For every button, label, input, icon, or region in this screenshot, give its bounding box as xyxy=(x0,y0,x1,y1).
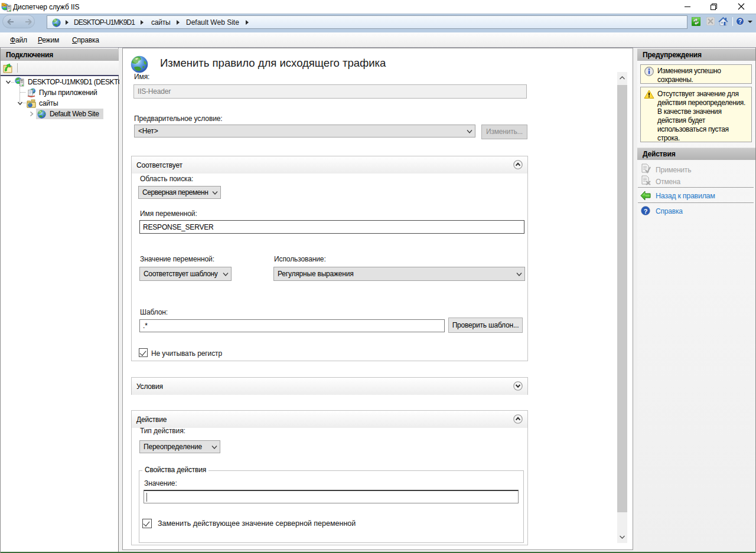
svg-text:?: ? xyxy=(738,18,742,25)
svg-text:?: ? xyxy=(644,208,648,215)
